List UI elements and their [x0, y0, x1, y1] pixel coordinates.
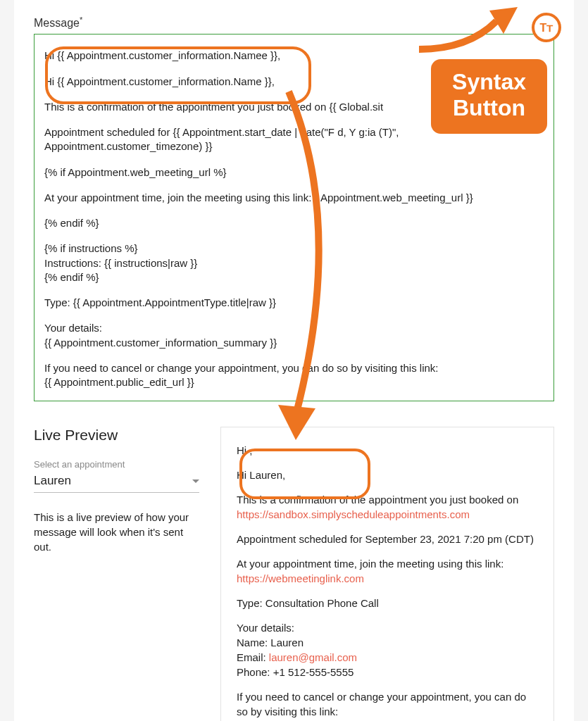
appointment-select-label: Select an appointment [34, 459, 199, 470]
webmeeting-link[interactable]: https://webmeetinglink.com [237, 572, 364, 584]
msg-line: At your appointment time, join the meeti… [44, 191, 544, 205]
msg-line: This is a confirmation of the appointmen… [44, 100, 544, 114]
preview-pane: Hi , Hi Lauren, This is a confirmation o… [220, 427, 554, 721]
text-format-icon: Tᴛ [540, 21, 553, 35]
chevron-down-icon [192, 479, 199, 483]
email-link[interactable]: lauren@gmail.com [269, 651, 357, 663]
preview-line: Hi , [237, 443, 538, 458]
preview-line: Hi Lauren, [237, 468, 538, 482]
msg-line: Instructions: {{ instructions|raw }} [44, 256, 544, 270]
msg-line: Appointment scheduled for {{ Appointment… [44, 125, 544, 154]
message-label-text: Message [34, 17, 80, 29]
preview-line: Type: Consultation Phone Call [237, 596, 538, 610]
msg-line: {% if Appointment.web_meeting_url %} [44, 165, 544, 180]
sandbox-link[interactable]: https://sandbox.simplyscheduleappointmen… [237, 508, 470, 520]
appointment-select-value: Lauren [34, 474, 71, 488]
msg-line: {% if instructions %} [44, 242, 544, 256]
preview-line: Name: Lauren [237, 635, 538, 650]
main-panel: Message* Hi {{ Appointment.customer_info… [14, 0, 574, 721]
msg-line: {% endif %} [44, 216, 544, 230]
msg-line: {{ Appointment.customer_information_summ… [44, 336, 544, 350]
message-label: Message* [14, 0, 574, 34]
preview-line: At your appointment time, join the meeti… [237, 556, 538, 586]
message-textarea[interactable]: Hi {{ Appointment.customer_information.N… [34, 34, 554, 401]
preview-line: Your details: [237, 620, 538, 635]
preview-sidebar: Live Preview Select an appointment Laure… [34, 427, 199, 721]
preview-line: This is a confirmation of the appointmen… [237, 492, 538, 522]
syntax-button[interactable]: Tᴛ [532, 13, 561, 42]
live-preview-section: Live Preview Select an appointment Laure… [34, 427, 554, 721]
msg-line: Your details: [44, 321, 544, 335]
preview-line: If you need to cancel or change your app… [237, 689, 538, 719]
preview-help-text: This is a live preview of how your messa… [34, 510, 199, 554]
msg-line: Type: {{ Appointment.AppointmentType.tit… [44, 296, 544, 310]
required-asterisk: * [80, 15, 82, 24]
msg-line: {{ Appointment.public_edit_url }} [44, 375, 544, 389]
msg-line: If you need to cancel or change your app… [44, 361, 544, 375]
appointment-select[interactable]: Lauren [34, 471, 199, 493]
msg-line: Hi {{ Appointment.customer_information.N… [44, 75, 544, 89]
msg-line: {% endif %} [44, 270, 544, 284]
live-preview-title: Live Preview [34, 427, 199, 444]
preview-line: Appointment scheduled for September 23, … [237, 532, 538, 546]
preview-line: Email: lauren@gmail.com [237, 650, 538, 665]
msg-line: Hi {{ Appointment.customer_information.N… [44, 49, 544, 63]
preview-line: Phone: +1 512-555-5555 [237, 665, 538, 679]
